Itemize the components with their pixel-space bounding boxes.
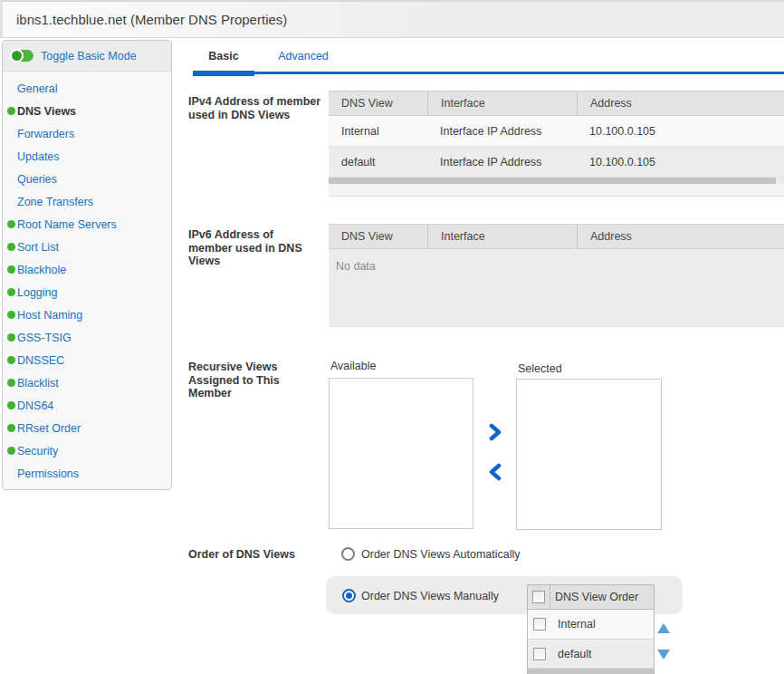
status-dot-icon bbox=[7, 107, 15, 115]
order-manually-radio[interactable] bbox=[342, 589, 356, 602]
move-down-button triangle-down-icon[interactable] bbox=[657, 650, 670, 660]
order-row-internal[interactable]: Internal bbox=[528, 610, 654, 640]
dns-view-order-title: DNS View Order bbox=[550, 591, 638, 603]
table-row[interactable]: Internal Interface IP Address 10.100.0.1… bbox=[329, 116, 784, 147]
sidebar-item-dns64[interactable]: DNS64 bbox=[3, 394, 171, 417]
sidebar-item-label: GSS-TSIG bbox=[17, 332, 72, 344]
sidebar-item-rrset-order[interactable]: RRset Order bbox=[3, 417, 171, 439]
selected-listbox[interactable] bbox=[516, 379, 662, 530]
sidebar-item-updates[interactable]: Updates bbox=[3, 145, 171, 168]
sidebar-item-label: Updates bbox=[17, 150, 60, 163]
order-automatically-label: Order DNS Views Automatically bbox=[361, 548, 521, 561]
recursive-section-label: Recursive Views Assigned to This Member bbox=[188, 361, 290, 400]
sidebar-item-label: RRset Order bbox=[17, 422, 81, 435]
sidebar-item-label: Permissions bbox=[17, 467, 79, 480]
status-dot-icon bbox=[7, 447, 15, 455]
toggle-basic-mode[interactable]: Toggle Basic Mode bbox=[3, 41, 171, 72]
scrollbar-thumb[interactable] bbox=[329, 178, 776, 184]
table-row[interactable]: default Interface IP Address 10.100.0.10… bbox=[329, 147, 784, 178]
sidebar-item-host-naming[interactable]: Host Naming bbox=[3, 303, 171, 326]
sidebar-item-label: Root Name Servers bbox=[17, 218, 117, 231]
sidebar-item-logging[interactable]: Logging bbox=[3, 281, 171, 303]
move-right-button[interactable] bbox=[487, 423, 503, 441]
sidebar-item-label: Security bbox=[17, 445, 58, 457]
column-header[interactable]: DNS View bbox=[329, 91, 427, 115]
sidebar-item-blackhole[interactable]: Blackhole bbox=[3, 258, 171, 281]
ipv4-table: DNS View Interface Address Internal Inte… bbox=[329, 91, 784, 197]
dns-view-order-table: DNS View Order Internal default bbox=[527, 584, 655, 674]
tab-basic[interactable]: Basic bbox=[193, 50, 254, 63]
column-header[interactable]: Interface bbox=[427, 225, 577, 248]
tab-advanced[interactable]: Advanced bbox=[277, 50, 330, 63]
status-dot-icon bbox=[7, 333, 15, 342]
sidebar-item-label: DNS64 bbox=[17, 400, 53, 412]
member-dns-properties-dialog: ibns1.techblue.net (Member DNS Propertie… bbox=[0, 0, 784, 674]
titlebar: ibns1.techblue.net (Member DNS Propertie… bbox=[0, 0, 784, 38]
sidebar-item-label: Zone Transfers bbox=[17, 196, 93, 208]
sidebar-item-label: Logging bbox=[17, 286, 58, 299]
sidebar-item-dnssec[interactable]: DNSSEC bbox=[3, 349, 171, 371]
sidebar-item-queries[interactable]: Queries bbox=[3, 168, 171, 190]
sidebar-item-label: DNS Views bbox=[17, 105, 76, 118]
column-header[interactable]: DNS View bbox=[329, 225, 427, 248]
sidebar-item-dns-views[interactable]: DNS Views bbox=[3, 100, 171, 122]
active-tab-underline bbox=[193, 71, 254, 76]
cell-address: 10.100.0.105 bbox=[577, 147, 784, 177]
dns-view-order-header: DNS View Order bbox=[528, 585, 654, 610]
tab-divider bbox=[254, 72, 784, 74]
horizontal-scrollbar[interactable] bbox=[329, 178, 784, 184]
order-row-label: Internal bbox=[550, 618, 596, 631]
status-dot-icon bbox=[7, 379, 15, 387]
status-dot-icon bbox=[7, 220, 15, 228]
order-row-default[interactable]: default bbox=[528, 640, 654, 669]
sidebar-item-root-name-servers[interactable]: Root Name Servers bbox=[3, 213, 171, 236]
sidebar-item-general[interactable]: General bbox=[3, 77, 171, 100]
status-dot-icon bbox=[7, 424, 15, 432]
sidebar: Toggle Basic Mode General DNS Views Forw… bbox=[2, 40, 172, 490]
empty-table-message: No data bbox=[329, 249, 784, 327]
ipv4-table-header: DNS View Interface Address bbox=[329, 91, 784, 116]
status-dot-icon bbox=[7, 401, 15, 409]
column-header[interactable]: Address bbox=[577, 91, 784, 115]
sidebar-item-sort-list[interactable]: Sort List bbox=[3, 236, 171, 258]
sidebar-item-zone-transfers[interactable]: Zone Transfers bbox=[3, 190, 171, 213]
column-header[interactable]: Address bbox=[577, 225, 784, 248]
sidebar-item-label: Forwarders bbox=[17, 128, 74, 140]
row-checkbox[interactable] bbox=[533, 618, 546, 631]
sidebar-item-permissions[interactable]: Permissions bbox=[3, 462, 171, 485]
sidebar-item-label: Sort List bbox=[17, 241, 59, 254]
sidebar-item-blacklist[interactable]: Blacklist bbox=[3, 371, 171, 394]
cell-interface: Interface IP Address bbox=[427, 147, 577, 177]
sidebar-item-gss-tsig[interactable]: GSS-TSIG bbox=[3, 326, 171, 349]
chevron-left-icon bbox=[487, 463, 503, 481]
order-table-scrollbar[interactable] bbox=[528, 669, 654, 674]
status-dot-icon bbox=[7, 288, 15, 296]
order-manually-label: Order DNS Views Manually bbox=[361, 590, 499, 602]
move-left-button[interactable] bbox=[487, 463, 503, 481]
order-section-label: Order of DNS Views bbox=[188, 548, 324, 562]
ipv4-section-label: IPv4 Address of member used in DNS Views bbox=[188, 95, 331, 121]
move-up-button triangle-up-icon[interactable] bbox=[657, 623, 670, 633]
sidebar-item-forwarders[interactable]: Forwarders bbox=[3, 122, 171, 145]
status-dot-icon bbox=[7, 265, 15, 274]
row-checkbox[interactable] bbox=[533, 648, 546, 660]
dialog-title: ibns1.techblue.net (Member DNS Propertie… bbox=[16, 12, 287, 27]
table-footer bbox=[329, 184, 784, 197]
sidebar-nav: General DNS Views Forwarders Updates Que… bbox=[3, 72, 171, 485]
sidebar-item-label: Host Naming bbox=[17, 309, 82, 322]
select-all-checkbox[interactable] bbox=[532, 591, 545, 603]
ipv6-table-header: DNS View Interface Address bbox=[329, 225, 784, 249]
cell-dns-view: default bbox=[329, 147, 427, 177]
cell-address: 10.100.0.105 bbox=[577, 116, 784, 146]
available-label: Available bbox=[330, 360, 377, 372]
main-content: Basic Advanced IPv4 Address of member us… bbox=[177, 40, 784, 674]
available-listbox[interactable] bbox=[329, 378, 473, 529]
order-automatically-radio[interactable] bbox=[341, 547, 355, 561]
ipv6-section-label: IPv6 Address of member used in DNS Views bbox=[188, 228, 304, 268]
toggle-on-icon[interactable] bbox=[11, 50, 33, 62]
status-dot-icon bbox=[7, 356, 15, 364]
sidebar-item-label: Blackhole bbox=[17, 264, 66, 276]
column-header[interactable]: Interface bbox=[427, 91, 577, 115]
sidebar-item-security[interactable]: Security bbox=[3, 439, 171, 462]
ipv6-table: DNS View Interface Address No data bbox=[329, 224, 784, 327]
